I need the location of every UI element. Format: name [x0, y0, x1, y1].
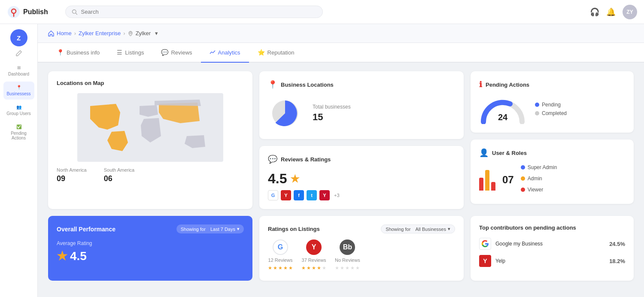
- overall-performance-title: Overall Performance: [57, 226, 115, 233]
- tab-business-info[interactable]: 📍 Business info: [48, 43, 108, 63]
- ratings-filter[interactable]: Showing for All Businesses ▾: [381, 224, 455, 233]
- avg-rating-value: ★ 4.5: [57, 249, 244, 263]
- google-logo: G: [273, 239, 288, 255]
- sidebar-item-pending-actions[interactable]: ✅ Pending Actions: [3, 121, 34, 144]
- tab-analytics-label: Analytics: [218, 49, 240, 56]
- breadcrumb-current: Zylker: [136, 30, 151, 36]
- cards-row-bottom: Overall Performance Showing for Last 7 D…: [48, 216, 634, 281]
- bar-viewer: [491, 182, 495, 191]
- tab-reputation-icon: ⭐: [258, 49, 265, 56]
- bell-icon[interactable]: 🔔: [606, 7, 616, 17]
- edit-icon: [15, 50, 22, 57]
- platform-yelp2: Y: [319, 190, 330, 200]
- businesses-icon: 📍: [16, 85, 21, 90]
- map-stats: North America 09 South America 06: [57, 167, 244, 183]
- contributor-google-pct: 24.5%: [609, 241, 625, 247]
- roles-area: 07 Super Admin Admin: [479, 164, 625, 195]
- ratings-chevron: ▾: [448, 226, 450, 232]
- tab-analytics[interactable]: Analytics: [201, 43, 249, 63]
- legend-dot-completed: [535, 111, 539, 115]
- overall-performance-card: Overall Performance Showing for Last 7 D…: [48, 216, 252, 281]
- sidebar-item-label-group-users: Group Users: [6, 111, 31, 116]
- platform-twitter: t: [307, 190, 317, 200]
- platform-yelp-rating: Y 37 Reviews ★ ★ ★ ★ ★: [301, 239, 326, 271]
- platform-icons: G Y f t Y +3: [268, 190, 455, 200]
- user-avatar[interactable]: ZY: [623, 5, 637, 19]
- google-color-icon: [481, 239, 489, 248]
- google-reviews: 12 Reviews: [268, 258, 293, 263]
- dashboard-icon: ⊞: [17, 65, 21, 70]
- dot-viewer: [521, 188, 525, 192]
- avg-rating-number: 4.5: [70, 249, 87, 263]
- count-south-america: 06: [104, 174, 135, 183]
- tab-listings-icon: ☰: [117, 49, 122, 56]
- logo: Publish: [7, 5, 58, 19]
- search-input[interactable]: [81, 9, 316, 15]
- sidebar-item-label-businesses: Businessess: [6, 91, 30, 96]
- headset-icon[interactable]: 🎧: [590, 7, 599, 17]
- contributor-google-logo: [479, 238, 491, 250]
- count-north-america: 09: [57, 174, 87, 183]
- users-icon: 👤: [479, 148, 489, 158]
- tab-reputation[interactable]: ⭐ Reputation: [249, 43, 303, 63]
- google-stars: ★ ★ ★ ★ ★: [268, 265, 293, 271]
- logo-icon: [7, 5, 21, 19]
- breadcrumb-dropdown-button[interactable]: ▾: [153, 29, 160, 37]
- reviews-ratings-title: 💬 Reviews & Ratings: [268, 155, 455, 164]
- yelp-logo: Y: [306, 239, 322, 255]
- pending-actions-icon: ℹ: [479, 80, 482, 89]
- platform-google: G: [268, 190, 278, 200]
- contributors-title: Top contributors on pending actions: [479, 224, 625, 231]
- mid-panel: ℹ Pending Actions 2: [471, 71, 634, 209]
- rating-value-display: 4.5 ★: [268, 171, 455, 187]
- platform-google-rating: G 12 Reviews ★ ★ ★ ★ ★: [268, 239, 293, 271]
- tab-listings[interactable]: ☰ Listings: [108, 43, 152, 63]
- search-icon: [72, 9, 77, 15]
- contributor-yelp: Y Yelp 18.2%: [479, 255, 625, 267]
- ratings-on-listings-card: Ratings on Listings Showing for All Busi…: [259, 216, 464, 281]
- cards-row-top: 📍 Business Locations Total businesses: [48, 71, 634, 209]
- sidebar-item-dashboard[interactable]: ⊞ Dashboard: [3, 62, 34, 80]
- roles-legend: Super Admin Admin Viewer: [521, 164, 557, 195]
- avg-rating-label: Average Rating: [57, 240, 244, 246]
- map-stat-north-america: North America 09: [57, 167, 87, 183]
- sidebar-item-label-pending: Pending Actions: [5, 131, 33, 140]
- platform-bb-rating: Bb No Reviews ★ ★ ★ ★ ★: [335, 239, 360, 271]
- yelp-stars: ★ ★ ★ ★ ★: [301, 265, 326, 271]
- ratings-header: Ratings on Listings Showing for All Busi…: [268, 224, 455, 233]
- roles-count: 07: [502, 174, 514, 186]
- group-users-icon: 👥: [16, 105, 21, 109]
- svg-line-4: [76, 13, 77, 14]
- pie-chart: [268, 96, 302, 130]
- nav-avatar: Z: [10, 29, 27, 46]
- rating-star: ★: [290, 173, 300, 185]
- legend-admin: Admin: [521, 176, 557, 182]
- pending-icon: ✅: [16, 124, 21, 129]
- left-nav: Z ⊞ Dashboard 📍 Businessess 👥 Group User…: [0, 24, 38, 297]
- contributor-google-name: Google my Business: [495, 241, 605, 247]
- ratings-title: Ratings on Listings: [268, 226, 320, 232]
- search-container: [65, 6, 323, 18]
- legend-pending: Pending: [535, 102, 567, 108]
- map-card-title: Locations on Map: [57, 80, 244, 86]
- pending-actions-card: ℹ Pending Actions 2: [471, 71, 634, 133]
- sidebar-item-businesses[interactable]: 📍 Businessess: [3, 82, 34, 100]
- main-layout: Z ⊞ Dashboard 📍 Businessess 👥 Group User…: [0, 24, 644, 297]
- tab-business-info-label: Business info: [67, 49, 100, 56]
- breadcrumb-home[interactable]: Home: [57, 30, 72, 36]
- user-roles-title: 👤 User & Roles: [479, 148, 625, 158]
- business-locations-title: 📍 Business Locations: [268, 80, 455, 89]
- overall-performance-filter[interactable]: Showing for Last 7 Days ▾: [176, 224, 244, 233]
- pending-legend: Pending Completed: [535, 102, 567, 119]
- locations-map-card: Locations on Map: [48, 71, 252, 209]
- tab-analytics-icon: [210, 49, 216, 55]
- tab-reviews[interactable]: 💬 Reviews: [152, 43, 200, 63]
- sidebar-item-group-users[interactable]: 👥 Group Users: [3, 101, 34, 119]
- gauge-area: 24 Pending Completed: [479, 96, 625, 124]
- home-icon: [48, 30, 54, 36]
- logo-text: Publish: [23, 8, 48, 16]
- roles-bar-chart: [479, 169, 495, 191]
- legend-viewer: Viewer: [521, 187, 557, 193]
- top-contributors-card: Top contributors on pending actions Goog…: [471, 216, 634, 281]
- breadcrumb-enterprise[interactable]: Zylker Enterprise: [79, 30, 121, 36]
